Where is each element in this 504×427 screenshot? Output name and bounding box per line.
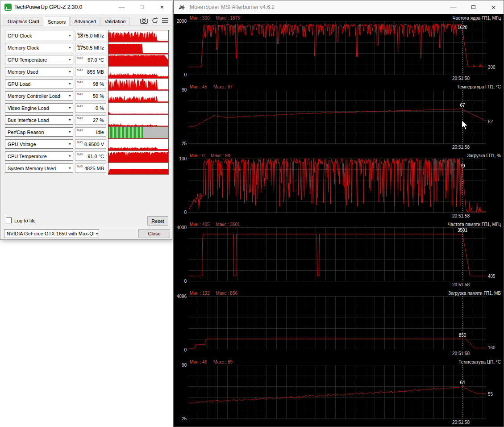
sensor-select[interactable]: System Memory Used ▼ [5, 163, 73, 173]
gpuz-minimize-button[interactable]: — [112, 0, 132, 14]
sensor-reading: 67.0 °C [87, 57, 104, 63]
tab-graphics-card[interactable]: Graphics Card [4, 17, 43, 25]
sensor-history-graph [108, 42, 169, 54]
sensor-history-graph [108, 126, 169, 138]
graph-plot[interactable] [188, 21, 486, 75]
graph-right-value: 300 [488, 65, 496, 70]
sensor-select[interactable]: GPU Voltage ▼ [5, 139, 73, 149]
sensor-max-badge: MAX [77, 117, 83, 120]
graph-timestamp: 20:51:58 [452, 282, 470, 287]
y-axis-max-label: 90 [182, 363, 187, 368]
graph-right-value: 55 [488, 392, 493, 397]
menu-button[interactable] [162, 18, 168, 23]
sensor-select[interactable]: Video Engine Load ▼ [5, 103, 73, 113]
sensor-select[interactable]: Bus Interface Load ▼ [5, 115, 73, 125]
sensor-select[interactable]: Memory Used ▼ [5, 67, 73, 76]
sensor-max-badge: MAX [77, 129, 83, 132]
sensor-row: Memory Controller Load ▼ MAX 50 % [0, 90, 172, 102]
sensor-max-badge: MAX [77, 68, 83, 71]
sensor-value[interactable]: MAX 27 % [75, 115, 106, 125]
graph-plot[interactable] [188, 159, 486, 213]
graph-plot[interactable] [188, 365, 486, 419]
camera-icon [140, 18, 148, 24]
sensor-select[interactable]: Memory Controller Load ▼ [5, 91, 73, 100]
hamburger-menu-icon [162, 18, 168, 23]
sensor-value[interactable]: MAX Idle [75, 127, 106, 137]
sensor-select[interactable]: CPU Temperature ▼ [5, 151, 73, 161]
chevron-down-icon: ▼ [67, 130, 71, 134]
reset-button[interactable]: Reset [147, 216, 168, 226]
graph-plot[interactable] [188, 227, 486, 281]
graph-right-value: 405 [488, 274, 496, 279]
maximize-icon [140, 5, 144, 9]
sensor-select[interactable]: Memory Clock ▼ [5, 43, 73, 52]
y-axis-max-label: 100 [179, 156, 187, 161]
sensor-reading: Idle [96, 130, 104, 135]
sensor-max-badge: MAX [77, 105, 83, 108]
gpuz-titlebar: TechPowerUp GPU-Z 2.30.0 — × [0, 0, 172, 14]
sensor-reading: 50 % [93, 93, 104, 99]
sensor-history-graph [108, 78, 169, 90]
graph-current-value: 1620 [458, 25, 467, 30]
sensor-value[interactable]: MAX 1750.5 MHz [75, 43, 106, 52]
sensor-name: System Memory Used [8, 166, 56, 171]
sensor-name: GPU Clock [8, 33, 32, 38]
sensor-history-graph [108, 54, 169, 66]
sensor-max-badge: MAX [77, 141, 83, 144]
gpuz-close-button[interactable]: × [152, 0, 172, 14]
chevron-down-icon: ▼ [67, 155, 71, 158]
sensor-reading: 0 % [96, 105, 104, 111]
sensor-value[interactable]: MAX 91.0 °C [75, 151, 106, 161]
tab-advanced[interactable]: Advanced [70, 17, 100, 25]
sensor-max-badge: MAX [77, 56, 83, 59]
sensor-row: Memory Used ▼ MAX 855 MB [0, 66, 172, 78]
graph-current-value: 67 [460, 103, 465, 108]
sensor-select[interactable]: GPU Temperature ▼ [5, 55, 73, 64]
graph-plot[interactable] [188, 90, 486, 144]
sensor-name: Memory Controller Load [8, 93, 60, 99]
sensor-history-graph [108, 66, 169, 78]
refresh-button[interactable] [152, 17, 158, 24]
sensor-row: GPU Temperature ▼ MAX 67.0 °C [0, 54, 172, 66]
y-axis-max-label: 90 [182, 88, 187, 92]
graph-plot[interactable] [188, 296, 486, 350]
sensor-value[interactable]: MAX 855 MB [75, 67, 106, 76]
sensor-select[interactable]: GPU Load ▼ [5, 79, 73, 88]
sensor-select[interactable]: PerfCap Reason ▼ [5, 127, 73, 137]
afterburner-minimize-button[interactable]: — [443, 0, 463, 14]
sensor-history-graph [108, 114, 169, 126]
log-to-file-checkbox[interactable] [6, 218, 12, 223]
sensor-value[interactable]: MAX 0.9500 V [75, 139, 106, 149]
sensor-value[interactable]: MAX 1875.0 MHz [75, 31, 106, 40]
sensor-reading: 1875.0 MHz [78, 33, 104, 38]
sensor-value[interactable]: MAX 50 % [75, 91, 106, 100]
tab-sensors[interactable]: Sensors [44, 17, 70, 26]
afterburner-close-button[interactable]: × [483, 0, 504, 14]
monitoring-graphs: Мин : 300Макс : 1875 Частота ядра ГП1, М… [174, 14, 504, 427]
close-button[interactable]: Close [138, 229, 170, 238]
y-axis-min-label: 0 [184, 347, 187, 352]
screenshot-button[interactable] [140, 18, 148, 24]
gpu-select[interactable]: NVIDIA GeForce GTX 1650 with Max-Q ▼ [4, 229, 99, 238]
monitor-graph-panel: Мин : 0Макс : 98 Загрузка ГП1, % 100 0 7… [174, 151, 504, 220]
sensor-row: CPU Temperature ▼ MAX 91.0 °C [0, 150, 172, 162]
sensor-reading: 27 % [93, 117, 104, 123]
log-to-file[interactable]: Log to file [6, 218, 36, 223]
afterburner-maximize-button [463, 0, 483, 14]
y-axis-min-label: 0 [184, 210, 187, 215]
graph-min-label: Мин : 300 [190, 16, 209, 21]
graph-current-value: 850 [459, 333, 467, 338]
sensor-history-graph [108, 163, 169, 175]
sensor-value[interactable]: MAX 4825 MB [75, 163, 106, 173]
graph-max-label: Макс : 3501 [216, 222, 240, 227]
sensor-history-graph [108, 102, 169, 114]
graph-timestamp: 20:51:58 [452, 420, 470, 425]
sensor-value[interactable]: MAX 67.0 °C [75, 55, 106, 64]
sensor-select[interactable]: GPU Clock ▼ [5, 31, 73, 40]
chevron-down-icon: ▼ [67, 82, 71, 85]
sensor-value[interactable]: MAX 98 % [75, 79, 106, 88]
sensor-value[interactable]: MAX 0 % [75, 103, 106, 113]
sensor-reading: 1750.5 MHz [78, 45, 104, 50]
y-axis-min-label: 0 [184, 72, 187, 77]
tab-validation[interactable]: Validation [100, 17, 130, 25]
